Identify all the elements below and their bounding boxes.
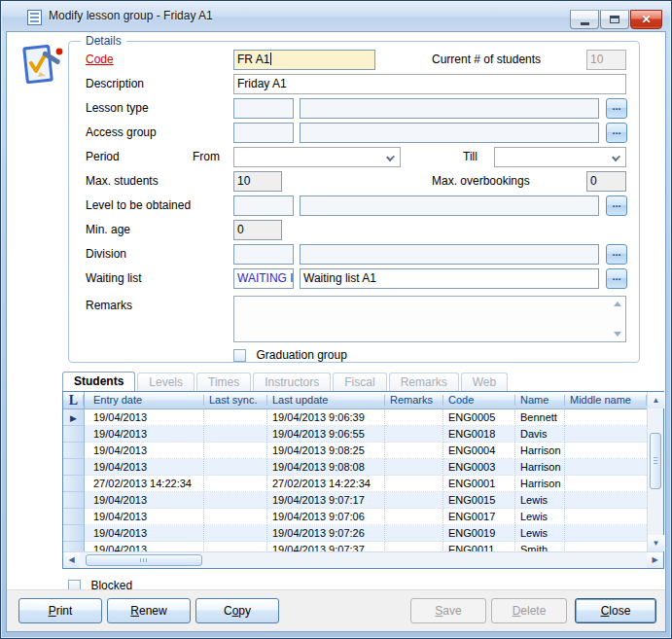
copy-button[interactable]: Copy	[195, 598, 279, 623]
save-button[interactable]: Save	[410, 598, 486, 623]
tab-levels[interactable]: Levels	[137, 373, 195, 391]
table-row[interactable]: 19/04/201319/04/2013 9:06:55ENG0018Davis	[63, 426, 647, 443]
access-group-code-input[interactable]	[233, 123, 294, 143]
lesson-type-code-input[interactable]	[233, 98, 294, 119]
chevron-down-icon	[386, 153, 395, 161]
division-name-input[interactable]	[300, 244, 599, 265]
remarks-textarea[interactable]	[233, 296, 626, 342]
grid-cell-last_update: 19/04/2013 9:07:06	[267, 509, 385, 525]
grid-column-header-last_update[interactable]: Last update	[267, 392, 385, 408]
level-code-input[interactable]	[233, 195, 294, 216]
row-selector-cell[interactable]	[63, 509, 85, 525]
code-input[interactable]: FR A1	[233, 50, 375, 70]
grid-horizontal-scrollbar[interactable]: ◀ ▶	[63, 551, 663, 568]
level-name-input[interactable]	[300, 195, 599, 216]
lesson-type-browse-button[interactable]: ...	[606, 98, 627, 119]
period-till-select[interactable]	[494, 147, 626, 167]
window-title: Modify lesson group - Friday A1	[49, 9, 213, 22]
scroll-up-icon[interactable]	[614, 302, 621, 306]
grid-cell-name: Bennett	[515, 409, 565, 426]
level-browse-button[interactable]: ...	[606, 195, 627, 216]
grid-column-header-selector[interactable]: L	[63, 392, 85, 408]
graduation-group-label: Graduation group	[256, 348, 346, 362]
tab-times[interactable]: Times	[196, 373, 251, 391]
row-selector-cell[interactable]	[63, 492, 85, 509]
grid-column-header-middle_name[interactable]: Middle name	[565, 392, 647, 408]
table-row[interactable]: 19/04/201319/04/2013 9:08:25ENG0004Harri…	[63, 443, 647, 459]
scroll-up-button[interactable]: ▲	[648, 392, 664, 408]
vertical-scroll-thumb[interactable]	[650, 433, 661, 489]
grid-cell-code: ENG0003	[443, 459, 515, 476]
max-students-input[interactable]: 10	[233, 171, 282, 192]
table-row[interactable]: 27/02/2013 14:22:3427/02/2013 14:22:34EN…	[63, 476, 647, 492]
table-row[interactable]: 19/04/201319/04/2013 9:07:26ENG0019Lewis	[63, 525, 647, 542]
grid-cell-middle_name	[565, 492, 647, 509]
print-button[interactable]: Print	[18, 598, 102, 623]
grid-cell-entry_date: 19/04/2013	[85, 459, 204, 476]
table-row[interactable]: 19/04/201319/04/2013 9:07:17ENG0015Lewis	[63, 492, 647, 509]
lesson-type-name-input[interactable]	[300, 98, 599, 119]
grid-vertical-scrollbar[interactable]: ▲ ▼	[647, 392, 663, 551]
window-icon	[27, 10, 42, 25]
grid-cell-remarks	[385, 476, 443, 492]
table-row[interactable]: 19/04/201319/04/2013 9:07:37ENG0011Smith	[63, 542, 647, 551]
scroll-down-button[interactable]: ▼	[648, 535, 664, 551]
grid-cell-remarks	[385, 426, 443, 443]
title-bar[interactable]: Modify lesson group - Friday A1 ✕	[2, 2, 670, 31]
table-row[interactable]: 19/04/201319/04/2013 9:08:08ENG0003Harri…	[63, 459, 647, 476]
scroll-up-icon: ▲	[653, 397, 660, 405]
division-browse-button[interactable]: ...	[606, 244, 627, 265]
horizontal-scroll-thumb[interactable]	[86, 554, 202, 566]
waiting-list-code-input[interactable]: WAITING I	[233, 268, 294, 289]
grid-cell-code: ENG0018	[443, 426, 515, 443]
renew-button[interactable]: Renew	[107, 598, 191, 623]
grid-cell-middle_name	[565, 476, 647, 492]
scroll-left-button[interactable]: ◀	[63, 552, 80, 568]
description-input[interactable]: Friday A1	[233, 74, 626, 94]
grid-cell-middle_name	[565, 409, 647, 426]
grid-column-header-last_sync[interactable]: Last sync.	[204, 392, 267, 408]
scroll-down-icon[interactable]	[614, 332, 621, 337]
row-selector-cell[interactable]	[63, 542, 85, 551]
period-from-select[interactable]	[233, 147, 401, 167]
tab-remarks[interactable]: Remarks	[389, 373, 459, 391]
grid-cell-name: Davis	[515, 426, 565, 443]
waiting-list-browse-button[interactable]: ...	[606, 268, 627, 289]
tab-students[interactable]: Students	[62, 372, 135, 391]
tab-fiscal[interactable]: Fiscal	[333, 373, 386, 391]
access-group-name-input[interactable]	[300, 123, 599, 143]
tab-web[interactable]: Web	[461, 373, 508, 391]
max-overbookings-input[interactable]: 0	[586, 171, 626, 192]
graduation-group-checkbox[interactable]	[233, 349, 246, 362]
close-button[interactable]: Close	[575, 598, 656, 623]
lesson-type-label: Lesson type	[86, 101, 149, 115]
grid-column-header-remarks[interactable]: Remarks	[385, 392, 443, 408]
minimize-button[interactable]	[570, 10, 599, 29]
table-row[interactable]: ▶19/04/201319/04/2013 9:06:39ENG0005Benn…	[63, 409, 647, 426]
row-selector-cell[interactable]	[63, 459, 85, 476]
grid-column-header-code[interactable]: Code	[443, 392, 515, 408]
scroll-down-icon: ▼	[653, 540, 660, 548]
scroll-right-button[interactable]: ▶	[647, 552, 663, 568]
access-group-browse-button[interactable]: ...	[606, 123, 627, 143]
grid-header: LEntry dateLast sync.Last updateRemarksC…	[63, 392, 647, 409]
row-selector-cell[interactable]	[63, 426, 85, 443]
grid-column-header-name[interactable]: Name	[515, 392, 565, 408]
waiting-list-name-input[interactable]: Waiting list A1	[300, 268, 599, 289]
maximize-button[interactable]	[600, 10, 629, 29]
grid-cell-entry_date: 19/04/2013	[85, 492, 204, 509]
row-selector-cell[interactable]	[63, 525, 85, 542]
tab-instructors[interactable]: Instructors	[253, 373, 331, 391]
row-selector-cell[interactable]	[63, 443, 85, 459]
row-selector-cell[interactable]	[63, 476, 85, 492]
division-code-input[interactable]	[233, 244, 294, 265]
delete-button[interactable]: Delete	[491, 598, 567, 623]
min-age-input[interactable]: 0	[233, 220, 282, 240]
grid-column-header-entry_date[interactable]: Entry date	[85, 392, 204, 408]
close-window-button[interactable]: ✕	[630, 10, 662, 29]
grid-cell-last_update: 19/04/2013 9:06:55	[267, 426, 385, 443]
table-row[interactable]: 19/04/201319/04/2013 9:07:06ENG0017Lewis	[63, 509, 647, 525]
row-selector-cell[interactable]: ▶	[63, 409, 85, 426]
grid-cell-entry_date: 27/02/2013 14:22:34	[85, 476, 204, 492]
dialog-window: Modify lesson group - Friday A1 ✕ Detail…	[0, 0, 672, 639]
